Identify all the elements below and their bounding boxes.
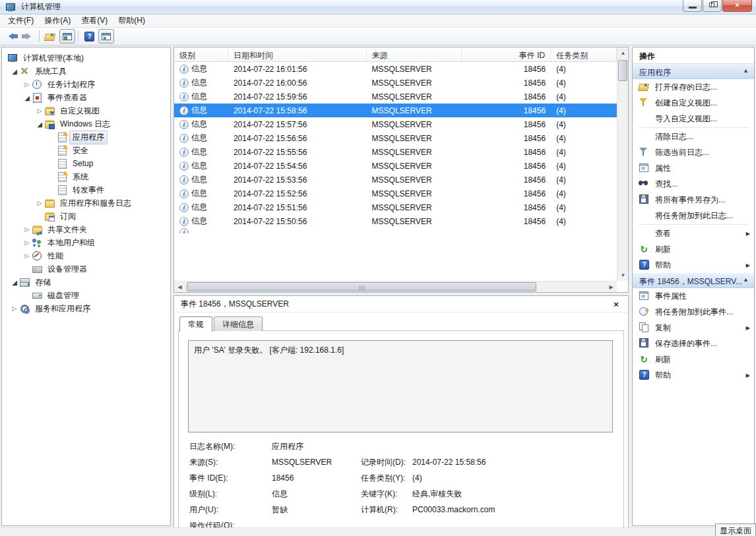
tree-item[interactable]: 设备管理器 (2, 262, 170, 276)
column-header[interactable]: 级别 (174, 47, 228, 61)
tree-item[interactable]: 应用程序 (2, 131, 170, 144)
tree-item[interactable]: ◢系统工具 (2, 65, 170, 78)
event-row[interactable]: i信息2014-07-22 15:51:56MSSQLSERVER18456(4… (174, 200, 617, 214)
action-item[interactable]: 帮助▶ (633, 367, 754, 383)
tree-item[interactable]: ▷服务和应用程序 (2, 302, 170, 315)
menu-item[interactable]: 帮助(H) (113, 14, 150, 28)
tree-item[interactable]: ▷共享文件夹 (2, 223, 170, 236)
action-item[interactable]: ↻刷新 (633, 351, 754, 367)
tree-item[interactable]: ◢Windows 日志 (2, 117, 170, 131)
action-item[interactable]: 清除日志... (633, 129, 754, 144)
show-desktop-button[interactable]: 显示桌面 (715, 523, 756, 536)
action-item[interactable]: 创建自定义视图... (633, 95, 754, 111)
expander-expanded-icon[interactable]: ◢ (22, 94, 32, 102)
tree-item[interactable]: 安全 (2, 144, 170, 157)
event-row[interactable]: i信息2014-07-22 15:58:56MSSQLSERVER18456(4… (174, 104, 617, 117)
tree-item[interactable]: Setup (2, 157, 170, 170)
event-row[interactable]: i信息2014-07-22 15:50:56MSSQLSERVER18456(4… (174, 214, 617, 228)
event-row[interactable]: i信息2014-07-22 15:59:56MSSQLSERVER18456(4… (174, 90, 617, 104)
help-button[interactable] (80, 29, 98, 44)
tree-item[interactable]: 转发事件 (2, 183, 170, 196)
column-header[interactable]: 日期和时间 (228, 47, 367, 61)
tree-item[interactable]: ▷自定义视图 (2, 104, 170, 117)
action-item[interactable]: 筛选当前日志... (633, 144, 754, 160)
vertical-scrollbar[interactable]: ▲ ▼ (617, 47, 628, 281)
action-item[interactable]: ↻刷新 (633, 241, 754, 257)
expander-collapsed-icon[interactable]: ▷ (35, 107, 44, 114)
action-item[interactable]: 查找... (633, 176, 754, 192)
console-tree-toggle-button[interactable] (59, 29, 76, 44)
scroll-down-icon[interactable]: ▼ (617, 270, 629, 281)
event-row[interactable]: i信息2014-07-22 15:57:56MSSQLSERVER18456(4… (174, 117, 617, 131)
field-label: 事件 ID(E): (189, 473, 272, 484)
tab-general[interactable]: 常规 (179, 316, 212, 332)
tree-item[interactable]: 计算机管理(本地) (2, 51, 170, 65)
info-icon: i (179, 78, 189, 88)
action-item[interactable]: 查看▶ (633, 225, 754, 241)
expander-collapsed-icon[interactable]: ▷ (22, 253, 32, 259)
action-item[interactable]: 将所有事件另存为... (633, 192, 754, 208)
tree-item[interactable]: 磁盘管理 (2, 289, 170, 302)
horizontal-scrollbar[interactable]: ◀ ▶ (174, 281, 617, 292)
expander-expanded-icon[interactable]: ◢ (10, 68, 19, 75)
expander-collapsed-icon[interactable]: ▷ (22, 226, 32, 233)
action-section-header[interactable]: 事件 18456，MSSQLSERV...▲ (633, 273, 754, 288)
minimize-button[interactable] (683, 0, 702, 12)
scroll-right-icon[interactable]: ▶ (606, 282, 617, 293)
action-item[interactable]: 保存选择的事件... (633, 336, 754, 351)
tree-item[interactable]: ▷应用程序和服务日志 (2, 196, 170, 210)
restore-button[interactable] (703, 0, 722, 12)
action-item[interactable]: 属性 (633, 160, 754, 176)
tree-item[interactable]: ▷性能 (2, 249, 170, 262)
event-category-cell: (4) (551, 65, 617, 74)
scroll-left-icon[interactable]: ◀ (174, 282, 185, 293)
event-row[interactable]: i信息2014-07-22 15:54:56MSSQLSERVER18456(4… (174, 159, 617, 173)
back-button[interactable] (3, 29, 20, 44)
action-item[interactable]: 事件属性 (633, 288, 754, 304)
column-header[interactable]: 任务类别 (551, 47, 617, 61)
event-row[interactable]: i信息2014-07-22 15:56:56MSSQLSERVER18456(4… (174, 131, 617, 145)
tree-item[interactable]: 系统 (2, 170, 170, 183)
tree-item[interactable]: ◢事件查看器 (2, 91, 170, 104)
event-row[interactable]: i信息2014-07-22 16:00:56MSSQLSERVER18456(4… (174, 76, 617, 90)
tree-item[interactable]: ▷本地用户和组 (2, 236, 170, 249)
menu-item[interactable]: 操作(A) (39, 14, 76, 28)
action-item[interactable]: 复制▶ (633, 320, 754, 336)
collapse-icon[interactable]: ▲ (743, 276, 749, 287)
expander-collapsed-icon[interactable]: ▷ (10, 305, 19, 312)
scroll-up-icon[interactable]: ▲ (617, 47, 629, 59)
horizontal-scroll-thumb[interactable] (187, 282, 536, 291)
expander-expanded-icon[interactable]: ◢ (10, 279, 19, 286)
event-row[interactable]: i信息2014-07-22 15:53:56MSSQLSERVER18456(4… (174, 173, 617, 187)
expander-collapsed-icon[interactable]: ▷ (22, 239, 32, 246)
open-log-button[interactable] (42, 29, 59, 44)
detail-close-icon[interactable]: × (611, 299, 621, 309)
close-button[interactable]: × (722, 0, 752, 12)
action-item[interactable]: 导入自定义视图... (633, 111, 754, 127)
column-header[interactable]: 来源 (367, 47, 462, 61)
expander-collapsed-icon[interactable]: ▷ (35, 200, 44, 206)
tree-item[interactable]: 订阅 (2, 210, 170, 223)
event-row[interactable]: i信息2014-07-22 15:52:56MSSQLSERVER18456(4… (174, 187, 617, 200)
action-item[interactable]: 将任务附加到此日志... (633, 208, 754, 223)
action-item[interactable]: 打开保存的日志... (633, 79, 754, 95)
event-row[interactable]: i信息2014-07-22 16:01:56MSSQLSERVER18456(4… (174, 62, 617, 76)
column-header[interactable]: 事件 ID (462, 47, 551, 61)
tree-item[interactable]: ▷任务计划程序 (2, 78, 170, 91)
action-item[interactable]: 将任务附加到此事件... (633, 304, 754, 320)
collapse-icon[interactable]: ▲ (743, 67, 749, 78)
vertical-scroll-thumb[interactable] (618, 60, 627, 81)
action-section-header[interactable]: 应用程序▲ (633, 64, 754, 79)
tab-details[interactable]: 详细信息 (214, 316, 263, 331)
action-pane-toggle-button[interactable] (98, 29, 115, 44)
tree-item[interactable]: ◢存储 (2, 276, 170, 289)
event-row-partial[interactable]: i (174, 228, 617, 233)
action-item[interactable]: 帮助▶ (633, 257, 754, 273)
expander-collapsed-icon[interactable]: ▷ (22, 81, 32, 88)
expander-expanded-icon[interactable]: ◢ (35, 121, 44, 128)
menu-item[interactable]: 查看(V) (76, 14, 113, 28)
forward-button[interactable] (20, 29, 37, 44)
menu-item[interactable]: 文件(F) (3, 14, 39, 28)
event-row[interactable]: i信息2014-07-22 15:55:56MSSQLSERVER18456(4… (174, 145, 617, 159)
event-fields: 日志名称(M):应用程序来源(S):MSSQLSERVER记录时间(D):201… (189, 438, 617, 536)
